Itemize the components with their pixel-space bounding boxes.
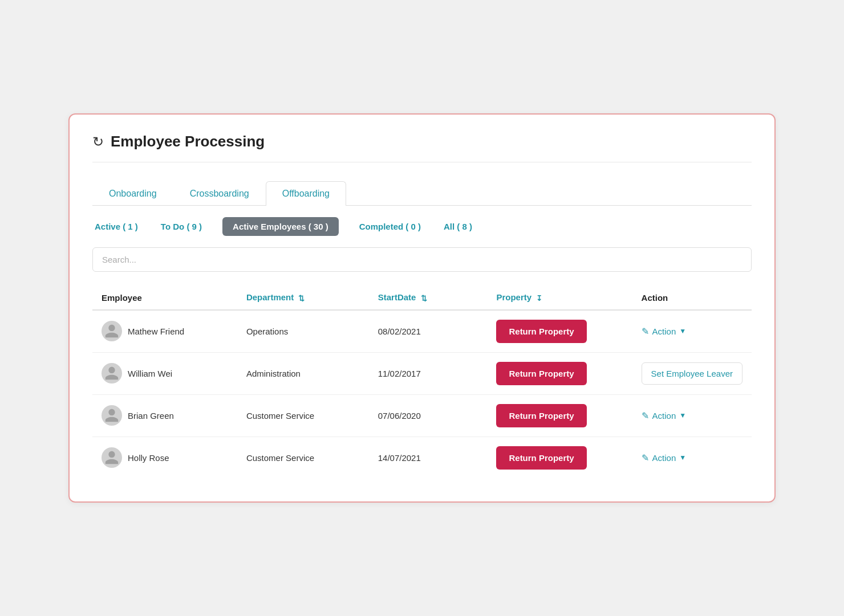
department-cell-3: Customer Service [237,436,369,479]
sub-tabs: Active ( 1 ) To Do ( 9 ) Active Employee… [92,217,752,236]
sub-tab-active-employees[interactable]: Active Employees ( 30 ) [222,217,339,236]
table-row: William Wei Administration11/02/2017Retu… [92,352,752,394]
col-header-action: Action [632,285,752,310]
table-row: Mathew Friend Operations08/02/2021Return… [92,310,752,353]
action-dropdown-button-0[interactable]: ✎Action▼ [642,326,687,337]
avatar-0 [102,321,122,341]
sort-icon-department: ⇅ [298,294,305,303]
main-tabs: Onboarding Crossboarding Offboarding [92,181,752,206]
return-property-button-0[interactable]: Return Property [496,320,586,343]
caret-icon-2: ▼ [679,411,686,419]
return-property-button-3[interactable]: Return Property [496,446,586,470]
edit-icon-3: ✎ [642,452,649,463]
avatar-3 [102,447,122,468]
sort-icon-property: ↧ [536,294,542,303]
tab-onboarding[interactable]: Onboarding [92,181,173,206]
employee-cell-1: William Wei [92,352,237,394]
col-header-property[interactable]: Property ↧ [487,285,632,310]
department-cell-1: Administration [237,352,369,394]
startdate-cell-2: 07/06/2020 [369,394,488,436]
employee-name-2: Brian Green [128,411,174,421]
action-dropdown-button-3[interactable]: ✎Action▼ [642,452,687,463]
department-cell-2: Customer Service [237,394,369,436]
employee-cell-0: Mathew Friend [92,310,237,353]
action-cell-0: ✎Action▼ [632,310,752,353]
edit-icon-2: ✎ [642,410,649,421]
action-cell-2: ✎Action▼ [632,394,752,436]
edit-icon-0: ✎ [642,326,649,337]
sort-icon-startdate: ⇅ [421,294,427,303]
sub-tab-todo[interactable]: To Do ( 9 ) [159,218,204,235]
avatar-1 [102,363,122,384]
caret-icon-3: ▼ [679,454,686,462]
employee-cell-2: Brian Green [92,394,237,436]
col-header-employee: Employee [92,285,237,310]
startdate-cell-0: 08/02/2021 [369,310,488,353]
property-cell-1: Return Property [487,352,632,394]
property-cell-3: Return Property [487,436,632,479]
department-cell-0: Operations [237,310,369,353]
action-cell-3: ✎Action▼ [632,436,752,479]
col-header-department[interactable]: Department ⇅ [237,285,369,310]
search-input[interactable] [92,247,752,272]
refresh-icon[interactable]: ↻ [92,134,104,150]
set-employee-leaver-link-1[interactable]: Set Employee Leaver [642,362,742,385]
caret-icon-0: ▼ [679,327,686,335]
table-row: Holly Rose Customer Service14/07/2021Ret… [92,436,752,479]
col-header-startdate[interactable]: StartDate ⇅ [369,285,488,310]
property-cell-0: Return Property [487,310,632,353]
sub-tab-active[interactable]: Active ( 1 ) [92,218,140,235]
action-dropdown-button-2[interactable]: ✎Action▼ [642,410,687,421]
main-card: ↻ Employee Processing Onboarding Crossbo… [68,113,776,503]
startdate-cell-3: 14/07/2021 [369,436,488,479]
sub-tab-completed[interactable]: Completed ( 0 ) [357,218,423,235]
page-header: ↻ Employee Processing [92,133,752,162]
avatar-2 [102,405,122,426]
employee-name-3: Holly Rose [128,453,169,463]
sub-tab-all[interactable]: All ( 8 ) [441,218,474,235]
employees-table: Employee Department ⇅ StartDate ⇅ Proper… [92,285,752,479]
table-header-row: Employee Department ⇅ StartDate ⇅ Proper… [92,285,752,310]
startdate-cell-1: 11/02/2017 [369,352,488,394]
employee-name-0: Mathew Friend [128,327,184,336]
return-property-button-2[interactable]: Return Property [496,404,586,427]
action-cell-1: Set Employee Leaver [632,352,752,394]
employee-name-1: William Wei [128,369,172,378]
return-property-button-1[interactable]: Return Property [496,362,586,385]
table-row: Brian Green Customer Service07/06/2020Re… [92,394,752,436]
property-cell-2: Return Property [487,394,632,436]
employee-cell-3: Holly Rose [92,436,237,479]
tab-crossboarding[interactable]: Crossboarding [173,181,266,206]
tab-offboarding[interactable]: Offboarding [266,181,346,206]
page-title: Employee Processing [111,133,265,150]
